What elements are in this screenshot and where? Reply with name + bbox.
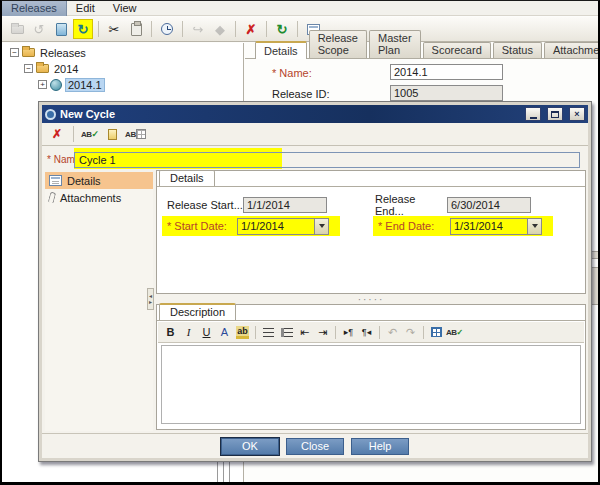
undo-icon[interactable]: ↶ [384,324,401,340]
menu-view[interactable]: View [104,1,146,16]
tree-item-releases[interactable]: − Releases [2,46,243,59]
scrollbar-thumb[interactable] [591,267,599,305]
bullet-list-icon[interactable] [260,324,277,340]
dialog-toolbar: ✗ AB✓ AB [42,123,588,146]
folder-icon [36,64,49,73]
spelling-options-icon[interactable]: AB [125,125,146,143]
redo-icon[interactable]: ↷ [402,324,419,340]
collapse-icon[interactable]: − [24,64,33,73]
gantt-gridline [229,462,230,483]
sidebar-item-label: Attachments [60,192,121,204]
close-button[interactable]: Close [286,438,344,455]
tab-cycle-details[interactable]: Details [159,170,215,186]
cycle-name-input[interactable]: Cycle 1 [74,152,580,168]
tab-master-plan[interactable]: Master Plan [369,30,421,58]
details-form-icon [49,175,62,186]
new-release-wizard-icon[interactable]: ↺ [29,19,49,39]
italic-icon[interactable]: I [180,324,197,340]
toolbar-separator [297,21,298,37]
highlight-icon[interactable]: ab [234,324,251,340]
maximize-button[interactable] [547,107,563,121]
cycle-icon [45,109,56,120]
tab-status[interactable]: Status [493,42,542,58]
toolbar-separator [423,326,424,339]
start-date-combo[interactable]: 1/1/2014 [237,218,329,235]
release-end-label: Release End... [375,193,447,217]
close-button[interactable]: × [569,107,585,121]
expand-icon[interactable]: + [38,80,47,89]
toolbar-separator [73,126,74,142]
menu-releases[interactable]: Releases [2,1,67,16]
insert-table-icon[interactable] [428,324,445,340]
sidebar-item-details[interactable]: Details [45,172,153,189]
tree-label[interactable]: Releases [38,47,88,59]
start-date-field: * Start Date: 1/1/2014 [162,216,340,236]
release-name-input[interactable]: 2014.1 [390,64,503,80]
tab-release-scope[interactable]: Release Scope [309,30,367,58]
end-date-value[interactable]: 1/31/2014 [451,219,527,234]
tree-label-selected[interactable]: 2014.1 [65,78,105,92]
tab-scorecard[interactable]: Scorecard [423,42,491,58]
start-date-label: * Start Date: [162,220,237,232]
release-name-label: * Name: [272,67,312,79]
release-end-input: 6/30/2014 [447,197,531,213]
release-id-label: Release ID: [272,88,329,100]
new-cycle-icon[interactable]: ↻ [73,19,93,39]
outdent-icon[interactable]: ⇤ [296,324,313,340]
new-release-icon[interactable] [51,19,71,39]
dialog-title: New Cycle [60,108,519,120]
indent-icon[interactable]: ⇥ [314,324,331,340]
menubar: Releases Edit View [2,1,598,16]
help-button[interactable]: Help [351,438,409,455]
numbered-list-icon[interactable] [278,324,295,340]
end-date-combo[interactable]: 1/31/2014 [450,218,542,235]
sidebar-item-attachments[interactable]: Attachments [45,189,153,206]
tree-label[interactable]: 2014 [52,63,80,75]
description-editor[interactable] [161,345,581,424]
sidebar-item-label: Details [67,175,101,187]
tree-item-2014[interactable]: − 2014 [2,62,243,75]
start-date-value[interactable]: 1/1/2014 [238,219,314,234]
toolbar-separator [255,326,256,339]
richtext-toolbar: B I U A ab ⇤ ⇥ ▸¶ ¶◂ ↶ ↷ AB✓ [158,322,584,343]
clear-all-fields-icon[interactable]: ✗ [48,125,66,143]
toolbar-separator [151,21,152,37]
end-date-dropdown-button[interactable] [527,219,541,234]
new-cycle-dialog: New Cycle × ✗ AB✓ AB * Name: Cycle 1 Det… [38,101,592,462]
delete-icon[interactable]: ✗ [241,19,261,39]
left-to-right-icon[interactable]: ▸¶ [340,324,357,340]
cut-icon[interactable]: ✂ [104,19,124,39]
release-start-label: Release Start... [167,199,243,211]
tab-details[interactable]: Details [255,41,307,59]
tab-description[interactable]: Description [159,303,236,320]
ok-button[interactable]: OK [221,438,279,455]
menu-edit[interactable]: Edit [67,1,104,16]
tree-item-2014-1[interactable]: + 2014.1 [2,78,243,91]
end-date-field: * End Date: 1/31/2014 [373,216,553,236]
release-tabs: Details Release Scope Master Plan Scorec… [245,43,598,59]
dialog-titlebar[interactable]: New Cycle × [42,105,588,123]
paste-icon[interactable] [126,19,146,39]
collapse-icon[interactable]: − [10,48,19,57]
tab-attachments[interactable]: Attachments [544,42,600,58]
spell-check-icon[interactable]: AB✓ [446,324,463,340]
bold-icon[interactable]: B [162,324,179,340]
milestone-icon[interactable]: ◆ [210,19,230,39]
gantt-gridline [223,462,224,483]
refresh-icon[interactable]: ↻ [272,19,292,39]
new-release-folder-icon[interactable] [7,19,27,39]
timeline-icon[interactable] [157,19,177,39]
go-to-icon[interactable]: ↪ [188,19,208,39]
right-to-left-icon[interactable]: ¶◂ [358,324,375,340]
paperclip-icon [48,191,57,203]
minimize-button[interactable] [525,107,541,121]
sidebar-collapse-handle[interactable]: ◂▸ [147,288,154,310]
thesaurus-icon[interactable] [103,125,121,143]
scrollbar-button[interactable] [591,251,599,259]
underline-icon[interactable]: U [198,324,215,340]
close-icon: × [574,109,579,119]
spell-check-icon[interactable]: AB✓ [81,125,99,143]
toolbar-separator [235,21,236,37]
start-date-dropdown-button[interactable] [314,219,328,234]
font-color-icon[interactable]: A [216,324,233,340]
